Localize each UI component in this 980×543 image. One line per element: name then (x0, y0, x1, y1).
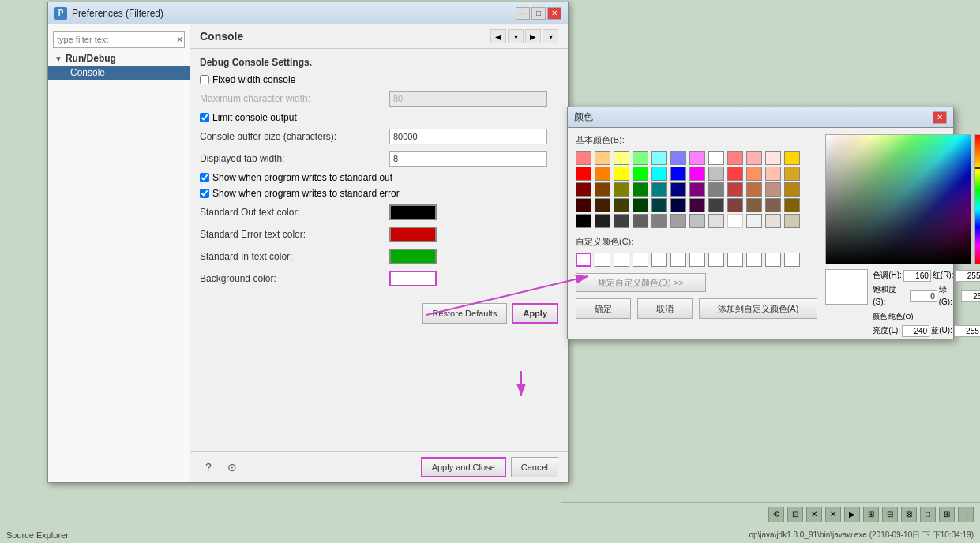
color-cell[interactable] (784, 167, 800, 181)
color-spectrum[interactable] (825, 134, 971, 264)
color-cell[interactable] (746, 198, 762, 212)
color-cell[interactable] (765, 151, 781, 165)
nav-forward-button[interactable]: ▶ (525, 29, 541, 43)
brightness-input[interactable] (902, 325, 929, 337)
color-cell[interactable] (633, 182, 648, 197)
color-cell[interactable] (633, 151, 648, 165)
color-cell[interactable] (595, 198, 610, 212)
taskbar-icon-4[interactable]: ✕ (825, 507, 841, 522)
custom-cell[interactable] (670, 253, 686, 267)
buffer-size-input[interactable] (389, 129, 547, 144)
color-cell[interactable] (727, 214, 743, 228)
color-cell[interactable] (651, 167, 667, 181)
fixed-width-checkbox[interactable] (200, 75, 209, 84)
red-input[interactable] (955, 270, 980, 282)
color-cell[interactable] (765, 182, 781, 197)
color-cell[interactable] (689, 214, 705, 228)
color-cell[interactable] (614, 198, 629, 212)
color-cell[interactable] (727, 182, 743, 197)
color-cell[interactable] (727, 198, 743, 212)
custom-cell[interactable] (633, 253, 648, 267)
color-cell[interactable] (670, 151, 686, 165)
blue-input[interactable] (954, 325, 980, 337)
color-cell[interactable] (765, 198, 781, 212)
color-cell[interactable] (746, 151, 762, 165)
std-err-checkbox[interactable] (200, 189, 209, 198)
color-cell[interactable] (576, 167, 591, 181)
custom-cell[interactable] (727, 253, 743, 267)
color-cell[interactable] (670, 198, 686, 212)
color-cell[interactable] (689, 198, 705, 212)
taskbar-icon-2[interactable]: ⊡ (787, 507, 803, 522)
color-cell[interactable] (651, 182, 667, 197)
nav-menu-button[interactable]: ▾ (543, 29, 558, 43)
nav-back-button[interactable]: ◀ (490, 29, 506, 43)
std-in-color-swatch[interactable] (389, 249, 437, 264)
color-cell[interactable] (595, 182, 610, 197)
sat-input[interactable] (910, 290, 937, 302)
color-cell[interactable] (746, 182, 762, 197)
color-cell[interactable] (689, 151, 705, 165)
custom-cell[interactable] (689, 253, 705, 267)
color-cell[interactable] (708, 214, 724, 228)
nav-dropdown-button[interactable]: ▾ (508, 29, 524, 43)
color-cell[interactable] (576, 198, 591, 212)
custom-cell[interactable] (614, 253, 629, 267)
custom-cell[interactable] (651, 253, 667, 267)
color-cell[interactable] (784, 198, 800, 212)
color-cell[interactable] (689, 182, 705, 197)
color-cell[interactable] (633, 198, 648, 212)
custom-cell-selected[interactable] (576, 253, 591, 267)
taskbar-icon-1[interactable]: ⟲ (768, 507, 784, 522)
color-cell[interactable] (670, 167, 686, 181)
color-cell[interactable] (746, 167, 762, 181)
color-cancel-button[interactable]: 取消 (637, 298, 693, 319)
color-cell[interactable] (689, 167, 705, 181)
color-cell[interactable] (784, 182, 800, 197)
color-cell[interactable] (651, 214, 667, 228)
color-cell[interactable] (708, 167, 724, 181)
color-cell[interactable] (595, 214, 610, 228)
taskbar-icon-9[interactable]: □ (920, 507, 936, 522)
std-out-checkbox[interactable] (200, 173, 209, 182)
close-button[interactable]: ✕ (547, 7, 561, 20)
custom-cell[interactable] (765, 253, 781, 267)
color-cell[interactable] (708, 182, 724, 197)
apply-button[interactable]: Apply (512, 303, 558, 324)
color-cell[interactable] (614, 214, 629, 228)
color-cell[interactable] (614, 151, 629, 165)
define-colors-button[interactable]: 规定自定义颜色(D) >> (576, 273, 706, 292)
color-cell[interactable] (708, 151, 724, 165)
color-ok-button[interactable]: 确定 (576, 298, 631, 319)
hue-input[interactable] (903, 270, 931, 282)
taskbar-icon-11[interactable]: → (958, 507, 974, 522)
color-cell[interactable] (746, 214, 762, 228)
custom-cell[interactable] (746, 253, 762, 267)
minimize-button[interactable]: ─ (516, 7, 530, 20)
link-icon[interactable]: ⊙ (223, 459, 241, 476)
color-cell[interactable] (595, 167, 610, 181)
color-cell[interactable] (633, 214, 648, 228)
custom-cell[interactable] (784, 253, 800, 267)
color-cell[interactable] (784, 214, 800, 228)
maximize-button[interactable]: □ (531, 7, 546, 20)
color-cell[interactable] (784, 151, 800, 165)
apply-close-button[interactable]: Apply and Close (421, 457, 506, 477)
color-cell[interactable] (614, 167, 629, 181)
color-cell[interactable] (727, 151, 743, 165)
color-cell[interactable] (670, 214, 686, 228)
max-char-input[interactable] (389, 91, 547, 107)
color-cell[interactable] (670, 182, 686, 197)
color-add-button[interactable]: 添加到自定义颜色(A) (699, 298, 817, 319)
color-cell[interactable] (614, 182, 629, 197)
color-cell[interactable] (765, 214, 781, 228)
filter-input[interactable] (53, 31, 185, 48)
restore-defaults-button[interactable]: Restore Defaults (422, 303, 508, 324)
hue-bar[interactable] (974, 134, 980, 264)
taskbar-icon-5[interactable]: ▶ (844, 507, 860, 522)
color-close-button[interactable]: ✕ (933, 111, 947, 124)
filter-clear-icon[interactable]: ✕ (176, 35, 183, 45)
cancel-button[interactable]: Cancel (511, 457, 558, 477)
green-input[interactable] (961, 290, 980, 302)
color-cell[interactable] (576, 214, 591, 228)
